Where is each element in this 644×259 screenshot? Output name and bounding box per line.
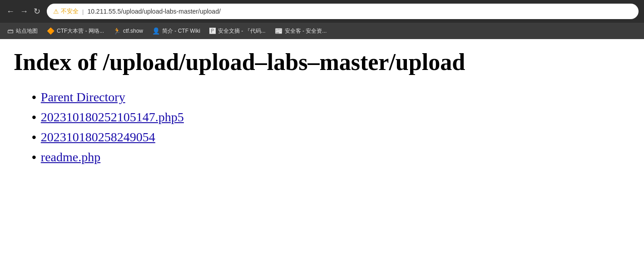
link-file3[interactable]: readme.php	[41, 150, 100, 164]
back-button[interactable]: ←	[5, 6, 15, 16]
address-text: 10.211.55.5/upload/upload-labs-master/up…	[87, 8, 220, 15]
bookmark-icon-1: 🗃	[7, 27, 14, 35]
bookmark-item-4[interactable]: 👤 简介 - CTF Wiki	[149, 26, 204, 36]
bookmark-item-5[interactable]: 🅿 安全文摘 - 『代码...	[206, 26, 269, 36]
browser-toolbar: ← → ↻ ⚠ 不安全 | 10.211.55.5/upload/upload-…	[0, 0, 644, 23]
bookmark-label-1: 站点地图	[16, 27, 38, 35]
security-label: 不安全	[61, 7, 79, 15]
address-bar[interactable]: ⚠ 不安全 | 10.211.55.5/upload/upload-labs-m…	[47, 4, 639, 19]
link-file2[interactable]: 202310180258249054	[41, 130, 155, 144]
warning-icon: ⚠	[53, 8, 59, 15]
bookmarks-bar: 🗃 站点地图 🔶 CTF大本营 - 网络... 🏃 ctf.show 👤 简介 …	[0, 23, 644, 39]
bookmark-icon-5: 🅿	[209, 27, 216, 35]
list-item-file1: 202310180252105147.php5	[32, 110, 630, 125]
bookmark-icon-2: 🔶	[47, 27, 54, 35]
page-content: Index of /upload/upload–labs–master/uplo…	[0, 39, 644, 234]
link-parent-directory[interactable]: Parent Directory	[41, 90, 125, 105]
page-title: Index of /upload/upload–labs–master/uplo…	[14, 48, 630, 76]
bookmark-item-1[interactable]: 🗃 站点地图	[4, 26, 41, 36]
bookmark-icon-3: 🏃	[113, 27, 121, 35]
reload-button[interactable]: ↻	[33, 6, 41, 16]
bookmark-label-4: 简介 - CTF Wiki	[162, 27, 200, 35]
bookmark-label-6: 安全客 - 安全资...	[285, 27, 327, 35]
link-file1[interactable]: 202310180252105147.php5	[41, 110, 184, 125]
bookmark-icon-4: 👤	[152, 27, 160, 35]
bookmark-item-3[interactable]: 🏃 ctf.show	[109, 26, 147, 36]
forward-button[interactable]: →	[19, 6, 29, 16]
bookmark-item-2[interactable]: 🔶 CTF大本营 - 网络...	[43, 26, 108, 36]
list-item-file2: 202310180258249054	[32, 130, 630, 144]
bookmark-label-2: CTF大本营 - 网络...	[57, 27, 104, 35]
list-item-file3: readme.php	[32, 150, 630, 164]
bookmark-label-3: ctf.show	[123, 28, 143, 34]
address-separator: |	[82, 8, 84, 15]
security-warning: ⚠ 不安全	[53, 7, 79, 15]
bookmark-icon-6: 📰	[275, 27, 282, 35]
nav-buttons: ← → ↻	[5, 6, 41, 16]
browser-chrome: ← → ↻ ⚠ 不安全 | 10.211.55.5/upload/upload-…	[0, 0, 644, 39]
bookmark-label-5: 安全文摘 - 『代码...	[218, 27, 266, 35]
list-item-parent: Parent Directory	[32, 90, 630, 105]
file-list: Parent Directory 202310180252105147.php5…	[32, 90, 630, 164]
bookmark-item-6[interactable]: 📰 安全客 - 安全资...	[271, 26, 331, 36]
